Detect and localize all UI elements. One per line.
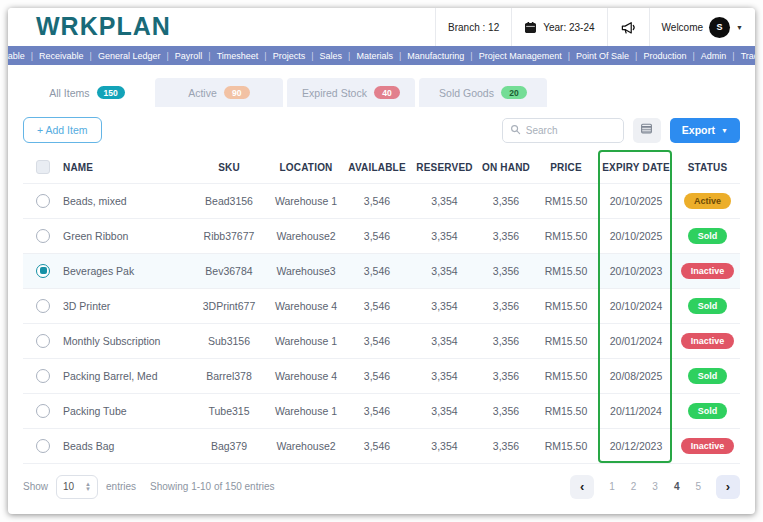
row-radio[interactable] xyxy=(36,439,50,453)
tab-count-badge: 40 xyxy=(374,86,400,99)
nav-item-receivable[interactable]: Receivable xyxy=(33,51,90,61)
nav-item-sales[interactable]: Sales xyxy=(314,51,349,61)
row-select-cell xyxy=(23,358,63,393)
cell-sku: Bead3156 xyxy=(188,183,270,218)
page-number-4[interactable]: 4 xyxy=(674,481,680,492)
cell-sku: Tube315 xyxy=(188,393,270,428)
column-header-expiry-date: EXPIRY DATE xyxy=(597,152,675,183)
tab-expired-stock[interactable]: Expired Stock40 xyxy=(287,78,415,107)
table-row[interactable]: Monthly SubscriptionSub3156Warehouse 13,… xyxy=(23,323,740,358)
cell-sku: Sub3156 xyxy=(188,323,270,358)
cell-on_hand: 3,356 xyxy=(477,218,535,253)
cell-location: Warehouse 4 xyxy=(270,288,342,323)
status-badge: Inactive xyxy=(681,263,735,279)
tab-count-badge: 20 xyxy=(501,86,527,99)
tab-label: Active xyxy=(188,87,217,99)
app-logo: WRKPLAN xyxy=(8,8,435,46)
cell-name: Beverages Pak xyxy=(63,253,188,288)
select-all-checkbox[interactable] xyxy=(36,160,50,174)
cell-status: Sold xyxy=(675,288,740,323)
nav-item-projects[interactable]: Projects xyxy=(267,51,312,61)
row-radio[interactable] xyxy=(36,229,50,243)
nav-item-project-management[interactable]: Project Management xyxy=(473,51,568,61)
toolbar-right: Export ▼ xyxy=(502,118,740,143)
nav-item-materials[interactable]: Materials xyxy=(350,51,399,61)
cell-sku: Ribb37677 xyxy=(188,218,270,253)
nav-item-manufacturing[interactable]: Manufacturing xyxy=(401,51,470,61)
status-badge: Sold xyxy=(688,368,728,384)
year-selector[interactable]: Year: 23-24 xyxy=(511,8,606,46)
table-row[interactable]: Packing Barrel, MedBarrel378Warehouse 43… xyxy=(23,358,740,393)
cell-price: RM15.50 xyxy=(535,393,597,428)
app-window: WRKPLAN Branch : 12 Year: 23-24 xyxy=(8,8,755,514)
search-icon xyxy=(510,121,521,139)
status-badge: Sold xyxy=(688,298,728,314)
row-radio[interactable] xyxy=(36,264,50,278)
status-badge: Inactive xyxy=(681,333,735,349)
table-row[interactable]: Beverages PakBev36784Warehouse33,5463,35… xyxy=(23,253,740,288)
cell-price: RM15.50 xyxy=(535,428,597,463)
tab-label: Expired Stock xyxy=(302,87,367,99)
page-number-1[interactable]: 1 xyxy=(609,481,615,492)
welcome-label: Welcome xyxy=(662,22,704,33)
tab-active[interactable]: Active90 xyxy=(155,78,283,107)
cell-reserved: 3,354 xyxy=(412,323,477,358)
cell-available: 3,546 xyxy=(342,253,412,288)
row-select-cell xyxy=(23,218,63,253)
nav-item-trading[interactable]: Trading xyxy=(735,51,755,61)
cell-name: Packing Tube xyxy=(63,393,188,428)
announcements-button[interactable] xyxy=(607,8,649,46)
table-body: Beads, mixedBead3156Warehouse 13,5463,35… xyxy=(23,183,740,463)
table-row[interactable]: 3D Printer3DPrint677Warehouse 43,5463,35… xyxy=(23,288,740,323)
column-header-reserved: RESERVED xyxy=(412,152,477,183)
nav-item-admin[interactable]: Admin xyxy=(695,51,733,61)
row-radio[interactable] xyxy=(36,194,50,208)
page-number-5[interactable]: 5 xyxy=(695,481,701,492)
toolbar: + Add Item xyxy=(23,117,740,143)
cell-price: RM15.50 xyxy=(535,288,597,323)
chevron-down-icon: ▼ xyxy=(736,24,743,31)
cell-location: Warehouse3 xyxy=(270,253,342,288)
table-row[interactable]: Green RibbonRibb37677Warehouse23,5463,35… xyxy=(23,218,740,253)
table-footer: Show 10 ▲▼ entries Showing 1-10 of 150 e… xyxy=(23,463,740,509)
entries-label: entries xyxy=(106,481,136,492)
nav-item-payable[interactable]: Payable xyxy=(8,51,31,61)
user-menu[interactable]: Welcome S ▼ xyxy=(649,8,755,46)
column-header-on-hand: ON HAND xyxy=(477,152,535,183)
status-badge: Active xyxy=(684,193,731,209)
row-radio[interactable] xyxy=(36,369,50,383)
row-radio[interactable] xyxy=(36,404,50,418)
page-number-2[interactable]: 2 xyxy=(631,481,637,492)
row-radio[interactable] xyxy=(36,334,50,348)
next-page-button[interactable]: › xyxy=(716,475,740,499)
add-item-button[interactable]: + Add Item xyxy=(23,117,102,143)
cell-expiry: 20/08/2025 xyxy=(597,358,675,393)
table-row[interactable]: Beads, mixedBead3156Warehouse 13,5463,35… xyxy=(23,183,740,218)
page-number-3[interactable]: 3 xyxy=(652,481,658,492)
cell-status: Inactive xyxy=(675,253,740,288)
row-radio[interactable] xyxy=(36,299,50,313)
search-input[interactable] xyxy=(526,125,616,136)
nav-item-point-of-sale[interactable]: Point Of Sale xyxy=(570,51,635,61)
tab-all-items[interactable]: All Items150 xyxy=(23,78,151,107)
page-size-select[interactable]: 10 ▲▼ xyxy=(56,475,98,499)
cell-price: RM15.50 xyxy=(535,253,597,288)
column-header-sku: SKU xyxy=(188,152,270,183)
nav-item-timesheet[interactable]: Timesheet xyxy=(211,51,265,61)
nav-item-payroll[interactable]: Payroll xyxy=(169,51,209,61)
tab-label: Sold Goods xyxy=(439,87,494,99)
cell-reserved: 3,354 xyxy=(412,183,477,218)
export-button[interactable]: Export ▼ xyxy=(670,118,740,143)
nav-item-production[interactable]: Production xyxy=(637,51,692,61)
cell-reserved: 3,354 xyxy=(412,218,477,253)
cell-on_hand: 3,356 xyxy=(477,323,535,358)
cell-expiry: 20/10/2025 xyxy=(597,183,675,218)
select-all-header xyxy=(23,152,63,183)
tab-sold-goods[interactable]: Sold Goods20 xyxy=(419,78,547,107)
nav-item-general-ledger[interactable]: General Ledger xyxy=(92,51,167,61)
column-settings-button[interactable] xyxy=(633,118,661,143)
cell-on_hand: 3,356 xyxy=(477,358,535,393)
prev-page-button[interactable]: ‹ xyxy=(570,475,594,499)
table-row[interactable]: Beads BagBag379Warehouse23,5463,3543,356… xyxy=(23,428,740,463)
table-row[interactable]: Packing TubeTube315Warehouse 13,5463,354… xyxy=(23,393,740,428)
